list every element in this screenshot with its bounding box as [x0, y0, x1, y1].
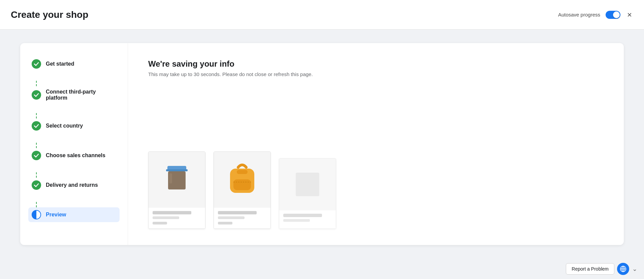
- step-label: Connect third-party platform: [46, 89, 116, 101]
- bottom-bar: Report a Problem ⌄: [559, 259, 644, 279]
- svg-rect-1: [166, 169, 188, 171]
- svg-rect-7: [237, 170, 248, 174]
- step-complete-icon: [32, 59, 41, 69]
- product-price-bar: [153, 222, 167, 224]
- product-card-1: [148, 151, 205, 229]
- product-title-bar: [153, 211, 191, 214]
- scroll-indicator: ⌄: [632, 263, 637, 275]
- toggle-knob: [613, 11, 620, 18]
- product-info-2: [214, 208, 270, 229]
- step-get-started[interactable]: Get started: [28, 57, 120, 71]
- saving-title: We're saving your info: [148, 59, 604, 69]
- report-problem-button[interactable]: Report a Problem: [566, 263, 614, 275]
- toggle-track[interactable]: [606, 11, 620, 19]
- step-connector-5: [36, 202, 37, 207]
- globe-icon: [620, 266, 626, 272]
- close-button[interactable]: ×: [626, 9, 633, 20]
- product-title-bar: [283, 214, 322, 217]
- page-title: Create your shop: [11, 9, 88, 20]
- product-image-3: [279, 159, 336, 210]
- product-info-3: [279, 210, 336, 229]
- step-connector-3: [36, 143, 37, 148]
- step-label: Get started: [46, 61, 74, 67]
- svg-rect-5: [233, 179, 251, 190]
- step-select-country[interactable]: Select country: [28, 118, 120, 133]
- step-complete-icon: [32, 151, 41, 160]
- product-card-3: [279, 158, 336, 229]
- right-panel: We're saving your info This may take up …: [128, 43, 624, 245]
- step-complete-icon: [32, 90, 41, 100]
- step-connect-platform[interactable]: Connect third-party platform: [28, 86, 120, 104]
- product-illustrations: [148, 151, 604, 229]
- step-connector-2: [36, 113, 37, 118]
- header-actions: Autosave progress ×: [558, 9, 633, 20]
- backpack-icon: [225, 161, 259, 198]
- saving-subtitle: This may take up to 30 seconds. Please d…: [148, 71, 604, 77]
- product-price-bar: [218, 222, 232, 224]
- coffee-cup-icon: [163, 165, 190, 195]
- step-complete-icon: [32, 121, 41, 131]
- step-delivery-returns[interactable]: Delivery and returns: [28, 178, 120, 193]
- step-connector-4: [36, 172, 37, 178]
- svg-rect-3: [169, 173, 172, 183]
- product-subtitle-bar: [283, 219, 310, 222]
- header: Create your shop Autosave progress ×: [0, 0, 644, 30]
- step-connector-1: [36, 81, 37, 86]
- product-title-bar: [218, 211, 257, 214]
- product-info-1: [149, 208, 205, 229]
- step-label: Preview: [46, 212, 66, 218]
- language-button[interactable]: [617, 263, 629, 275]
- product-image-2: [214, 152, 270, 208]
- product-subtitle-bar: [153, 216, 179, 219]
- product-card-2: [214, 151, 271, 229]
- step-complete-icon: [32, 180, 41, 190]
- setup-card: Get started Connect third-party platform…: [20, 43, 624, 245]
- step-preview[interactable]: Preview: [28, 207, 120, 222]
- placeholder-img: [296, 173, 319, 196]
- step-active-icon: [32, 210, 41, 219]
- product-image-1: [149, 152, 205, 208]
- step-label: Select country: [46, 123, 83, 129]
- steps-sidebar: Get started Connect third-party platform…: [20, 43, 128, 245]
- autosave-label: Autosave progress: [558, 12, 600, 18]
- autosave-toggle[interactable]: [606, 11, 620, 19]
- step-label: Choose sales channels: [46, 152, 105, 159]
- product-subtitle-bar: [218, 216, 245, 219]
- main-content: Get started Connect third-party platform…: [0, 30, 644, 258]
- step-sales-channels[interactable]: Choose sales channels: [28, 148, 120, 163]
- step-label: Delivery and returns: [46, 182, 98, 188]
